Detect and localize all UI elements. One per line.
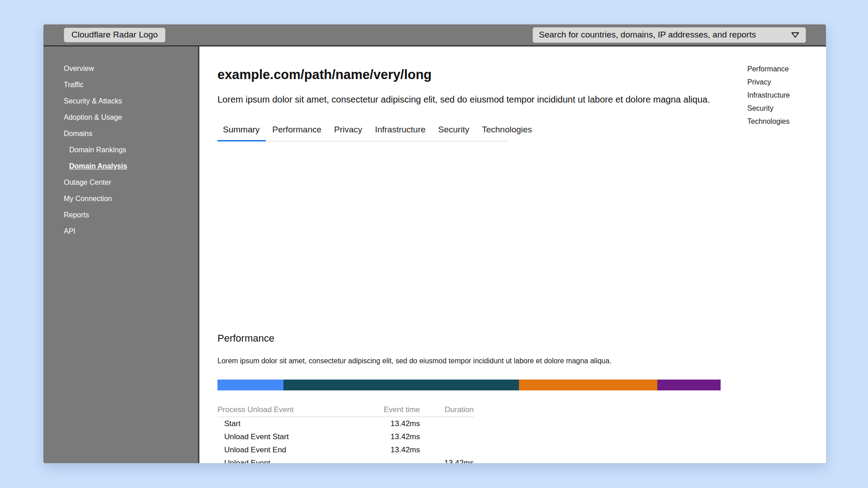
tab-performance[interactable]: Performance: [266, 125, 328, 141]
timing-bar-segment-4: [657, 380, 721, 390]
sidebar-item-overview[interactable]: Overview: [43, 61, 198, 77]
table-row: Unload Event Start 13.42ms: [217, 430, 474, 443]
row-label: Start: [217, 419, 361, 428]
tab-security[interactable]: Security: [432, 125, 476, 141]
sidebar-item-outage-center[interactable]: Outage Center: [43, 174, 198, 191]
sidebar-item-domains[interactable]: Domains: [43, 126, 198, 142]
sidebar-nav: Overview Traffic Security & Attacks Adop…: [43, 47, 199, 463]
column-header-process-unload-event: Process Unload Event: [217, 405, 361, 414]
sidebar-item-adoption-usage[interactable]: Adoption & Usage: [43, 109, 198, 126]
sidebar-item-domain-rankings[interactable]: Domain Rankings: [43, 142, 198, 158]
sidebar-item-reports[interactable]: Reports: [43, 207, 198, 223]
dropdown-triangle-icon[interactable]: [791, 32, 800, 38]
row-label: Unload Event End: [217, 446, 361, 455]
anchor-link-infrastructure[interactable]: Infrastructure: [747, 89, 790, 102]
performance-section-heading: Performance: [217, 333, 721, 344]
sidebar-item-traffic[interactable]: Traffic: [43, 77, 198, 93]
row-label: Unload Event Start: [217, 432, 361, 441]
row-label: Unload Event: [217, 459, 361, 464]
timing-bar-segment-1: [217, 380, 283, 390]
tab-infrastructure[interactable]: Infrastructure: [368, 125, 432, 141]
anchor-link-technologies[interactable]: Technologies: [747, 115, 790, 128]
anchor-link-performance[interactable]: Performance: [747, 62, 790, 75]
performance-section-description: Lorem ipsum dolor sit amet, consectetur …: [217, 357, 721, 365]
table-row: Unload Event End 13.42ms: [217, 443, 474, 456]
sidebar-item-my-connection[interactable]: My Connection: [43, 191, 198, 207]
row-duration: 13.42ms: [420, 459, 474, 464]
page-intro-text: Lorem ipsum dolor sit amet, consectetur …: [217, 94, 721, 105]
cloudflare-radar-logo[interactable]: Cloudflare Radar Logo: [64, 28, 165, 42]
column-header-event-time: Event time: [361, 405, 420, 414]
tab-privacy[interactable]: Privacy: [328, 125, 368, 141]
row-event-time: 13.42ms: [361, 419, 420, 428]
row-event-time: 13.42ms: [361, 432, 420, 441]
performance-timing-bar: [217, 380, 721, 390]
app-window: Cloudflare Radar Logo Search for countri…: [43, 24, 826, 463]
logo-label: Cloudflare Radar Logo: [71, 30, 158, 40]
sidebar-item-security-attacks[interactable]: Security & Attacks: [43, 93, 198, 109]
timing-bar-segment-2: [283, 380, 519, 390]
sidebar-item-api[interactable]: API: [43, 223, 198, 239]
tab-summary[interactable]: Summary: [217, 125, 266, 141]
unload-event-table: Process Unload Event Event time Duration…: [217, 403, 474, 463]
search-placeholder-text: Search for countries, domains, IP addres…: [539, 30, 756, 40]
top-header-bar: Cloudflare Radar Logo Search for countri…: [43, 24, 826, 47]
table-header-row: Process Unload Event Event time Duration: [217, 403, 474, 417]
page-title: example.com/path/name/very/long: [217, 67, 721, 82]
row-event-time: 13.42ms: [361, 446, 420, 455]
main-content: Performance Privacy Infrastructure Secur…: [199, 47, 826, 463]
anchor-link-privacy[interactable]: Privacy: [747, 75, 790, 89]
sidebar-item-domain-analysis[interactable]: Domain Analysis: [43, 158, 198, 174]
table-row: Start 13.42ms: [217, 417, 474, 430]
main-column: example.com/path/name/very/long Lorem ip…: [217, 67, 721, 463]
anchor-link-security[interactable]: Security: [747, 102, 790, 115]
page-anchor-nav: Performance Privacy Infrastructure Secur…: [747, 62, 790, 128]
global-search-input[interactable]: Search for countries, domains, IP addres…: [533, 27, 806, 43]
tab-bar: Summary Performance Privacy Infrastructu…: [217, 125, 508, 141]
column-header-duration: Duration: [420, 405, 474, 414]
tab-technologies[interactable]: Technologies: [476, 125, 538, 141]
table-row: Unload Event 13.42ms: [217, 456, 474, 463]
timing-bar-segment-3: [519, 380, 657, 390]
